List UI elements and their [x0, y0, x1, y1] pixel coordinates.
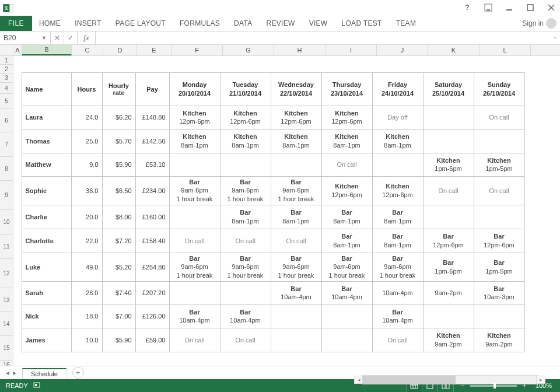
- row-header-2[interactable]: 2: [0, 65, 13, 74]
- minimize-button[interactable]: [504, 2, 514, 13]
- cell[interactable]: Kitchen12pm-6pm: [220, 106, 271, 129]
- row-header-7[interactable]: 7: [0, 132, 13, 157]
- cell[interactable]: $5.20: [102, 253, 135, 281]
- cell[interactable]: Kitchen8am-1pm: [372, 129, 423, 153]
- cell[interactable]: £160.00: [135, 205, 169, 229]
- cell[interactable]: Kitchen12pm-6pm: [372, 176, 423, 205]
- cell[interactable]: [220, 281, 271, 304]
- help-button[interactable]: ?: [462, 2, 473, 13]
- cell[interactable]: [13, 72, 22, 106]
- cell[interactable]: Laura: [22, 106, 71, 129]
- cell[interactable]: [13, 129, 22, 153]
- cell[interactable]: 10.0: [71, 328, 102, 352]
- cell[interactable]: Bar9am-6pm1 hour break: [169, 176, 220, 205]
- cell[interactable]: [13, 229, 22, 253]
- column-header-J[interactable]: J: [377, 45, 428, 55]
- cell[interactable]: [271, 328, 321, 352]
- cell[interactable]: Bar9am-6pm1 hour break: [169, 253, 220, 281]
- cell[interactable]: $6.20: [102, 106, 135, 129]
- cell[interactable]: 22.0: [71, 229, 102, 253]
- cell[interactable]: [13, 205, 22, 229]
- cell[interactable]: $7.40: [102, 281, 135, 304]
- cell[interactable]: Luke: [22, 253, 71, 281]
- cell[interactable]: Hourly rate: [102, 72, 135, 106]
- cell[interactable]: On call: [321, 153, 372, 176]
- cell[interactable]: Tuesday21/10/2014: [220, 72, 271, 106]
- cell[interactable]: £142.50: [135, 129, 169, 153]
- row-header-8[interactable]: 8: [0, 157, 13, 181]
- cell[interactable]: £126.00: [135, 304, 169, 328]
- cancel-edit-button[interactable]: ✕: [51, 32, 64, 44]
- sheet-tab-schedule[interactable]: Schedule: [22, 368, 66, 379]
- cell[interactable]: Thomas: [22, 129, 71, 153]
- cell[interactable]: Kitchen1pm-5pm: [474, 153, 524, 176]
- cell[interactable]: Bar10am-4pm: [321, 281, 372, 304]
- ribbon-file-tab[interactable]: FILE: [0, 16, 32, 31]
- cell[interactable]: £234.00: [135, 176, 169, 205]
- cell[interactable]: On call: [474, 176, 524, 205]
- cell[interactable]: Bar8am-1pm: [321, 205, 372, 229]
- cell[interactable]: Bar9am-6pm1 hour break: [220, 253, 271, 281]
- cell[interactable]: Bar8am-1pm: [372, 205, 423, 229]
- column-header-H[interactable]: H: [274, 45, 326, 55]
- expand-formula-bar-icon[interactable]: ⌄: [553, 34, 558, 40]
- cell[interactable]: $5.70: [102, 129, 135, 153]
- ribbon-tab-insert[interactable]: INSERT: [68, 16, 108, 31]
- ribbon-tab-page-layout[interactable]: PAGE LAYOUT: [108, 16, 173, 31]
- cell[interactable]: On call: [271, 229, 321, 253]
- column-header-L[interactable]: L: [480, 45, 531, 55]
- macro-record-icon[interactable]: [33, 381, 41, 390]
- cell[interactable]: Kitchen8am-1pm: [220, 129, 271, 153]
- cell[interactable]: [13, 176, 22, 205]
- cell[interactable]: Kitchen9am-2pm: [474, 328, 524, 352]
- cell[interactable]: [169, 153, 220, 176]
- cell[interactable]: Charlotte: [22, 229, 71, 253]
- close-button[interactable]: [546, 2, 556, 13]
- cell[interactable]: Sarah: [22, 281, 71, 304]
- cell[interactable]: [13, 281, 22, 304]
- cell[interactable]: Bar12pm-6pm: [474, 229, 524, 253]
- cell[interactable]: [423, 106, 474, 129]
- row-header-16[interactable]: 16: [0, 360, 13, 366]
- cell[interactable]: Nick: [22, 304, 71, 328]
- cell[interactable]: Matthew: [22, 153, 71, 176]
- cell[interactable]: $5.90: [102, 153, 135, 176]
- cell[interactable]: 9am-2pm: [423, 281, 474, 304]
- cell[interactable]: $8.00: [102, 205, 135, 229]
- cell[interactable]: Monday20/10/2014: [169, 72, 220, 106]
- cell[interactable]: [13, 253, 22, 281]
- column-header-E[interactable]: E: [137, 45, 172, 55]
- cell[interactable]: Bar8am-1pm: [271, 205, 321, 229]
- name-box[interactable]: B20 ▼: [0, 32, 51, 44]
- cell[interactable]: Bar8am-1pm: [220, 205, 271, 229]
- cell[interactable]: Bar10am-4pm: [372, 304, 423, 328]
- cell[interactable]: 28.0: [71, 281, 102, 304]
- cell[interactable]: [423, 129, 474, 153]
- cell[interactable]: $7.00: [102, 304, 135, 328]
- cell[interactable]: 10am-4pm: [372, 281, 423, 304]
- cell[interactable]: [321, 328, 372, 352]
- cell[interactable]: Thursday23/10/2014: [321, 72, 372, 106]
- ribbon-tab-home[interactable]: HOME: [32, 16, 68, 31]
- row-header-1[interactable]: 1: [0, 56, 13, 65]
- column-header-B[interactable]: B: [22, 45, 72, 55]
- cell[interactable]: On call: [423, 176, 474, 205]
- cell[interactable]: [271, 153, 321, 176]
- cell[interactable]: Bar1pm-6pm: [423, 253, 474, 281]
- ribbon-display-options[interactable]: [483, 2, 494, 13]
- column-header-C[interactable]: C: [72, 45, 103, 55]
- cell[interactable]: Name: [22, 72, 71, 106]
- cell[interactable]: £59.00: [135, 328, 169, 352]
- cell[interactable]: £53.10: [135, 153, 169, 176]
- row-header-14[interactable]: 14: [0, 312, 13, 336]
- add-sheet-button[interactable]: +: [72, 367, 84, 379]
- row-header-12[interactable]: 12: [0, 259, 13, 288]
- cell[interactable]: Sophie: [22, 176, 71, 205]
- cell[interactable]: James: [22, 328, 71, 352]
- cell[interactable]: Day off: [372, 106, 423, 129]
- cell[interactable]: On call: [169, 328, 220, 352]
- column-header-G[interactable]: G: [223, 45, 274, 55]
- cell[interactable]: Sunday26/10/2014: [474, 72, 524, 106]
- cell[interactable]: Bar1pm-5pm: [474, 253, 524, 281]
- cell[interactable]: £207.20: [135, 281, 169, 304]
